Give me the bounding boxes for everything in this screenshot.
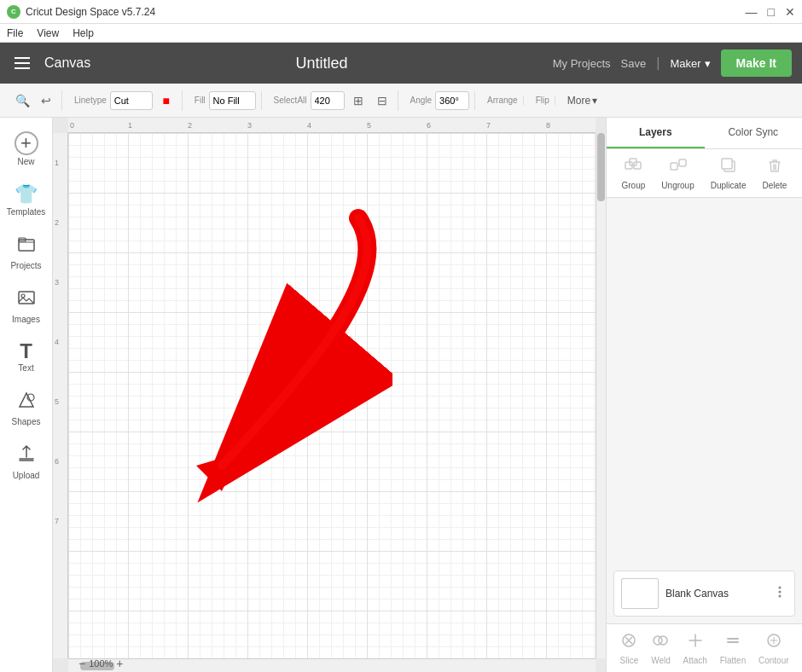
- menu-bar: File View Help: [0, 24, 802, 43]
- linetype-input[interactable]: [110, 91, 153, 110]
- toolbar-search-group: 🔍 ↩: [7, 90, 62, 111]
- sidebar-item-templates[interactable]: 👕 Templates: [3, 177, 50, 223]
- flatten-action[interactable]: Flatten: [720, 631, 747, 665]
- ruler-num-1: 1: [128, 121, 132, 130]
- sidebar-templates-label: Templates: [7, 207, 46, 217]
- weld-icon: [651, 631, 670, 654]
- sidebar-item-text[interactable]: T Text: [3, 334, 50, 379]
- blank-canvas-item[interactable]: Blank Canvas: [613, 571, 795, 617]
- search-icon[interactable]: 🔍: [12, 90, 32, 111]
- blank-canvas-label: Blank Canvas: [665, 588, 765, 600]
- sidebar-item-projects[interactable]: Projects: [3, 227, 50, 277]
- save-button[interactable]: Save: [621, 57, 647, 70]
- menu-view[interactable]: View: [37, 27, 59, 39]
- blank-canvas-options-icon[interactable]: [772, 584, 787, 603]
- duplicate-icon: [719, 156, 738, 179]
- ruler-num-7: 7: [486, 121, 491, 130]
- new-icon: +: [15, 131, 38, 155]
- panel-actions: Group Ungroup Duplicate: [607, 149, 802, 198]
- attach-icon: [686, 631, 705, 654]
- document-title[interactable]: Untitled: [101, 55, 542, 72]
- maximize-button[interactable]: □: [768, 5, 775, 19]
- sidebar-new-label: New: [17, 157, 34, 166]
- weld-label: Weld: [651, 656, 671, 665]
- delete-action[interactable]: Delete: [763, 156, 787, 190]
- zoom-in-button[interactable]: +: [116, 657, 123, 670]
- projects-icon: [16, 234, 37, 259]
- undo-icon[interactable]: ↩: [36, 90, 56, 111]
- svg-rect-10: [671, 163, 677, 170]
- toolbar-select-group: SelectAll ⊞ ⊟: [269, 90, 398, 111]
- machine-selector[interactable]: Maker ▾: [670, 57, 710, 70]
- fill-input[interactable]: [209, 91, 256, 110]
- ruler-num-5: 5: [367, 121, 371, 130]
- fill-label: Fill: [195, 96, 206, 105]
- weld-action[interactable]: Weld: [651, 631, 671, 665]
- delete-label: Delete: [763, 181, 787, 190]
- chevron-down-icon: ▾: [592, 95, 597, 107]
- zoom-out-button[interactable]: −: [78, 657, 85, 670]
- attach-label: Attach: [683, 656, 707, 665]
- sidebar-upload-label: Upload: [13, 471, 40, 480]
- canvas-ruler-left: 1 2 3 4 5 6 7: [53, 133, 68, 658]
- ruler-num-3: 3: [247, 121, 252, 130]
- toolbar-angle-group: Angle: [405, 91, 476, 110]
- sidebar-item-images[interactable]: Images: [3, 281, 50, 331]
- right-panel: Layers Color Sync Group: [606, 118, 802, 672]
- ruler-num-4: 4: [307, 121, 311, 130]
- svg-rect-13: [722, 159, 732, 169]
- minimize-button[interactable]: —: [746, 5, 758, 19]
- select-all-icon[interactable]: ⊟: [372, 90, 392, 111]
- canvas-scroll-v-thumb[interactable]: [597, 133, 605, 201]
- svg-point-15: [779, 591, 782, 594]
- canvas-area[interactable]: 0 1 2 3 4 5 6 7 8 1 2 3 4 5 6 7: [53, 118, 606, 672]
- angle-input[interactable]: [435, 91, 469, 110]
- header-divider: |: [656, 55, 660, 71]
- svg-rect-20: [727, 638, 739, 640]
- slice-label: Slice: [620, 656, 639, 665]
- duplicate-action[interactable]: Duplicate: [711, 156, 747, 190]
- toolbar-arrange-group: Arrange: [482, 96, 524, 105]
- hamburger-menu-button[interactable]: [10, 51, 34, 75]
- tab-color-sync[interactable]: Color Sync: [705, 118, 803, 148]
- panel-tabs: Layers Color Sync: [607, 118, 802, 149]
- toolbar-flip-group: Flip: [531, 96, 555, 105]
- size-input[interactable]: [311, 91, 345, 110]
- ruler-num-6: 6: [427, 121, 431, 130]
- svg-point-14: [779, 587, 782, 589]
- make-it-button[interactable]: Make It: [721, 49, 792, 77]
- menu-help[interactable]: Help: [73, 27, 94, 39]
- templates-icon: 👕: [15, 183, 38, 206]
- slice-action[interactable]: Slice: [619, 631, 638, 665]
- sidebar-item-new[interactable]: + New: [3, 125, 50, 173]
- group-action[interactable]: Group: [622, 156, 646, 190]
- ungroup-action[interactable]: Ungroup: [661, 156, 694, 190]
- close-button[interactable]: ✕: [785, 5, 795, 19]
- contour-icon: [764, 631, 783, 654]
- tab-layers[interactable]: Layers: [607, 118, 705, 148]
- zoom-level: 100%: [89, 658, 113, 669]
- canvas-grid[interactable]: [68, 133, 596, 658]
- linetype-color-icon[interactable]: ■: [156, 90, 177, 111]
- menu-file[interactable]: File: [7, 27, 23, 39]
- toolbar-fill-group: Fill: [189, 91, 262, 110]
- svg-point-19: [659, 636, 667, 645]
- sidebar-text-label: Text: [18, 363, 33, 373]
- svg-point-16: [779, 595, 782, 598]
- sidebar-item-shapes[interactable]: Shapes: [3, 383, 50, 433]
- canvas-vertical-scrollbar[interactable]: [596, 133, 606, 658]
- ungroup-label: Ungroup: [661, 181, 694, 190]
- sidebar-item-upload[interactable]: Upload: [3, 437, 50, 487]
- group-icon: [624, 156, 642, 179]
- select-icon[interactable]: ⊞: [348, 90, 369, 111]
- sidebar-images-label: Images: [12, 315, 40, 324]
- images-icon: [16, 287, 37, 313]
- canvas-horizontal-scrollbar[interactable]: [68, 658, 596, 672]
- toolbar-linetype-group: Linetype ■: [69, 90, 183, 111]
- ruler-num-0: 0: [70, 121, 74, 130]
- attach-action[interactable]: Attach: [683, 631, 707, 665]
- app-icon: C: [7, 5, 20, 19]
- more-button[interactable]: More ▾: [562, 95, 602, 107]
- my-projects-link[interactable]: My Projects: [553, 57, 611, 70]
- contour-action[interactable]: Contour: [758, 631, 789, 665]
